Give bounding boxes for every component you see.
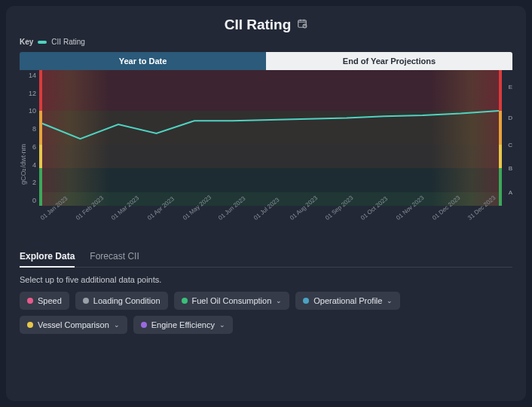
chip-label: Vessel Comparison (38, 320, 109, 329)
chevron-down-icon: ⌄ (219, 321, 225, 329)
data-point-chips: SpeedLoading ConditionFuel Oil Consumpti… (20, 292, 512, 334)
chip-speed[interactable]: Speed (20, 292, 69, 310)
grade-label-a: A (509, 189, 512, 196)
chevron-down-icon: ⌄ (276, 297, 282, 304)
calendar-icon[interactable] (297, 18, 307, 32)
y-tick: 4 (29, 161, 36, 169)
chip-loading-condition[interactable]: Loading Condition (75, 292, 168, 310)
tab-explore-data[interactable]: Explore Data (20, 246, 75, 268)
y-tick: 6 (29, 143, 36, 151)
data-tabs: Explore Data Forecast CII (20, 246, 512, 268)
x-axis-ticks: 01 Jan 202301 Feb 202301 Mar 202301 Apr … (39, 210, 502, 236)
y-tick: 2 (29, 179, 36, 186)
legend-swatch-cii (38, 41, 47, 44)
plot-area (39, 70, 502, 206)
grade-label-b: B (509, 164, 512, 171)
tab-year-to-date[interactable]: Year to Date (20, 52, 266, 70)
chip-dot (83, 298, 89, 304)
y-tick: 8 (29, 125, 36, 133)
tab-forecast-cii[interactable]: Forecast CII (90, 246, 139, 267)
chevron-down-icon: ⌄ (387, 297, 393, 304)
card-header: CII Rating (20, 17, 512, 33)
chip-label: Operational Profile (313, 296, 382, 305)
chip-dot (182, 298, 188, 304)
grade-label-c: C (508, 142, 512, 148)
chip-dot (303, 298, 309, 304)
cii-rating-card: CII Rating Key CII Rating Year to Date E… (6, 6, 526, 401)
chevron-down-icon: ⌄ (114, 321, 120, 329)
legend: Key CII Rating (20, 38, 512, 46)
projection-tabs: Year to Date End of Year Projections (20, 52, 512, 70)
chip-label: Loading Condition (93, 296, 161, 305)
chip-dot (27, 322, 33, 328)
line-series (42, 70, 499, 206)
card-title: CII Rating (225, 17, 292, 33)
chip-fuel-oil-consumption[interactable]: Fuel Oil Consumption⌄ (174, 292, 290, 310)
y-tick: 14 (29, 72, 36, 79)
y-tick: 0 (29, 197, 36, 204)
chip-dot (27, 298, 33, 304)
legend-series-name: CII Rating (51, 38, 84, 46)
y-tick: 10 (29, 107, 36, 115)
chip-label: Speed (38, 296, 62, 305)
grade-label-d: D (508, 115, 512, 121)
y-axis-ticks: 14121086420 (29, 70, 39, 206)
grade-label-e: E (509, 83, 512, 90)
chip-label: Engine Efficiency (151, 320, 215, 329)
grade-axis: EDCBA (502, 70, 512, 206)
chart: gCO₂/dwt·nm 14121086420 01 Jan 202301 Fe… (20, 70, 512, 236)
y-axis-label: gCO₂/dwt·nm (20, 121, 27, 185)
y-tick: 12 (29, 90, 36, 97)
chip-label: Fuel Oil Consumption (192, 296, 272, 305)
chip-dot (141, 322, 147, 328)
chip-engine-efficiency[interactable]: Engine Efficiency⌄ (133, 316, 233, 334)
legend-label: Key (20, 38, 33, 46)
tab-end-of-year[interactable]: End of Year Projections (266, 52, 512, 70)
instruction-text: Select up to five additional data points… (20, 275, 512, 284)
chip-vessel-comparison[interactable]: Vessel Comparison⌄ (20, 316, 127, 334)
chip-operational-profile[interactable]: Operational Profile⌄ (295, 292, 400, 310)
